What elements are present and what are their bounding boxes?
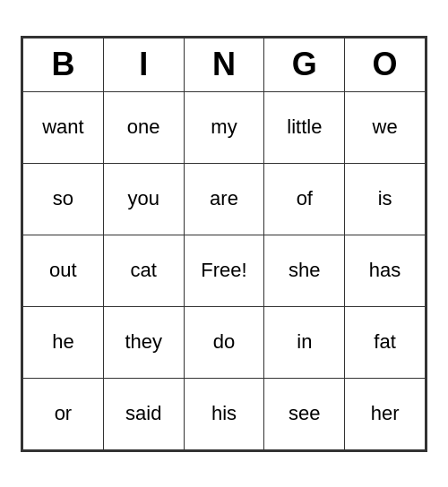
- table-row: orsaidhisseeher: [23, 378, 426, 449]
- table-cell: cat: [103, 235, 184, 306]
- header-o: O: [345, 38, 426, 91]
- table-row: soyouareofis: [23, 163, 426, 235]
- table-cell: his: [184, 378, 264, 449]
- table-cell: Free!: [184, 235, 264, 306]
- table-cell: her: [345, 378, 426, 449]
- table-cell: so: [23, 163, 104, 235]
- table-cell: he: [23, 306, 104, 378]
- header-b: B: [23, 38, 104, 91]
- header-g: G: [264, 38, 345, 91]
- table-cell: fat: [345, 306, 426, 378]
- table-cell: we: [345, 91, 426, 163]
- table-cell: you: [103, 163, 184, 235]
- bingo-card: B I N G O wantonemylittlewesoyouareofiso…: [21, 36, 427, 452]
- table-cell: of: [264, 163, 345, 235]
- table-cell: in: [264, 306, 345, 378]
- table-cell: is: [345, 163, 426, 235]
- table-row: wantonemylittlewe: [23, 91, 426, 163]
- bingo-body: wantonemylittlewesoyouareofisoutcatFree!…: [23, 91, 426, 449]
- table-cell: they: [103, 306, 184, 378]
- table-cell: are: [184, 163, 264, 235]
- table-cell: see: [264, 378, 345, 449]
- table-row: hetheydoinfat: [23, 306, 426, 378]
- header-n: N: [184, 38, 264, 91]
- table-cell: want: [23, 91, 104, 163]
- table-cell: she: [264, 235, 345, 306]
- table-cell: do: [184, 306, 264, 378]
- table-cell: little: [264, 91, 345, 163]
- table-cell: one: [103, 91, 184, 163]
- table-cell: has: [345, 235, 426, 306]
- table-cell: out: [23, 235, 104, 306]
- table-cell: said: [103, 378, 184, 449]
- bingo-table: B I N G O wantonemylittlewesoyouareofiso…: [22, 38, 426, 450]
- header-row: B I N G O: [23, 38, 426, 91]
- table-cell: my: [184, 91, 264, 163]
- header-i: I: [103, 38, 184, 91]
- table-cell: or: [23, 378, 104, 449]
- table-row: outcatFree!shehas: [23, 235, 426, 306]
